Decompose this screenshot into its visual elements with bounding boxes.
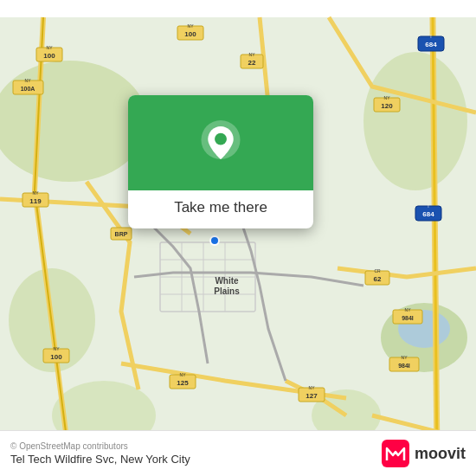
svg-text:127: 127: [306, 392, 318, 400]
svg-text:I: I: [428, 203, 428, 209]
svg-text:CR: CR: [374, 268, 381, 273]
place-name: Tel Tech Wildfire Svc, New York City: [10, 453, 190, 466]
svg-text:NY: NY: [402, 355, 408, 360]
svg-text:NY: NY: [384, 95, 391, 100]
svg-point-2: [363, 52, 467, 190]
svg-text:I: I: [430, 34, 431, 39]
svg-text:NY: NY: [188, 23, 195, 29]
svg-text:NY: NY: [405, 307, 412, 312]
svg-text:684: 684: [425, 41, 437, 48]
svg-text:NY: NY: [25, 78, 32, 83]
svg-text:684: 684: [422, 210, 434, 218]
location-pin-icon: [198, 120, 243, 165]
moovit-icon: [382, 440, 409, 467]
svg-text:100A: 100A: [21, 86, 35, 92]
popup-button-section: Take me there: [128, 190, 313, 228]
take-me-there-button[interactable]: Take me there: [142, 199, 299, 216]
popup-green-section: [128, 95, 313, 190]
svg-text:NY: NY: [180, 372, 187, 377]
svg-text:119: 119: [29, 197, 42, 205]
svg-text:NY: NY: [249, 52, 256, 57]
svg-text:NY: NY: [309, 385, 316, 390]
svg-text:White: White: [215, 276, 239, 286]
svg-text:NY: NY: [54, 346, 61, 351]
svg-text:100: 100: [43, 52, 55, 60]
svg-text:100: 100: [184, 30, 196, 38]
svg-point-62: [215, 133, 227, 145]
svg-text:100: 100: [50, 353, 62, 361]
svg-text:62: 62: [374, 275, 382, 283]
attribution-text: © OpenStreetMap contributors: [10, 441, 190, 451]
svg-text:984I: 984I: [398, 363, 410, 369]
svg-text:120: 120: [381, 102, 393, 110]
svg-text:BRP: BRP: [115, 231, 128, 237]
svg-text:NY: NY: [47, 45, 54, 50]
bottom-bar: © OpenStreetMap contributors Tel Tech Wi…: [0, 430, 476, 476]
popup-card: Take me there: [128, 95, 313, 228]
svg-point-60: [210, 236, 219, 245]
map-container: 100 NY 100A NY 100 NY 22 NY 119 NY BRP 1…: [0, 0, 476, 476]
svg-text:125: 125: [177, 379, 189, 387]
svg-text:984I: 984I: [402, 315, 414, 321]
map-background: 100 NY 100A NY 100 NY 22 NY 119 NY BRP 1…: [0, 0, 476, 476]
svg-text:Plains: Plains: [214, 286, 240, 296]
moovit-logo[interactable]: moovit: [382, 440, 466, 467]
moovit-text: moovit: [415, 445, 466, 463]
bottom-left-info: © OpenStreetMap contributors Tel Tech Wi…: [10, 441, 190, 466]
svg-text:NY: NY: [33, 190, 40, 196]
svg-text:22: 22: [248, 59, 256, 67]
